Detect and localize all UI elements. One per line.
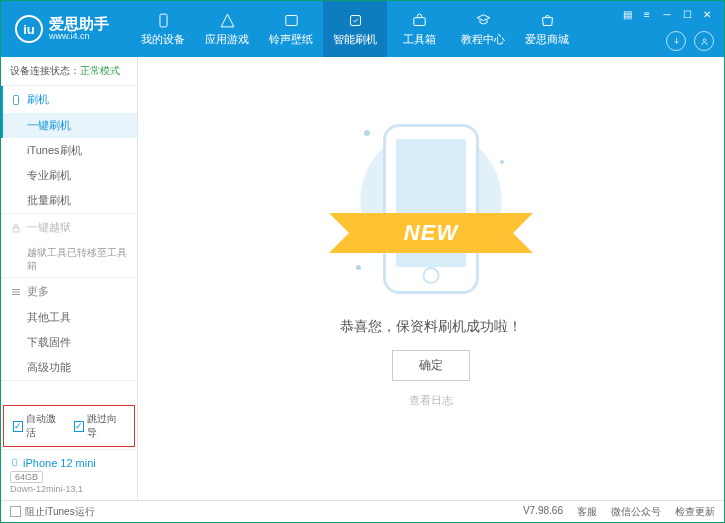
options-highlight: ✓自动激活 ✓跳过向导 bbox=[3, 405, 135, 447]
wallpaper-icon bbox=[282, 11, 300, 29]
svg-rect-7 bbox=[13, 459, 17, 466]
device-icon bbox=[154, 11, 172, 29]
account-button[interactable] bbox=[694, 31, 714, 51]
conn-label: 设备连接状态： bbox=[10, 65, 80, 76]
close-button[interactable]: ✕ bbox=[700, 7, 714, 21]
settings-icon[interactable]: ≡ bbox=[640, 7, 654, 21]
sidebar-download-firmware[interactable]: 下载固件 bbox=[1, 330, 137, 355]
jailbreak-note: 越狱工具已转移至工具箱 bbox=[1, 241, 137, 277]
section-jailbreak[interactable]: 一键越狱 bbox=[1, 214, 137, 241]
checkbox-label: 阻止iTunes运行 bbox=[25, 505, 95, 519]
flash-icon bbox=[346, 11, 364, 29]
checkbox-label: 跳过向导 bbox=[87, 412, 125, 440]
phone-icon bbox=[10, 94, 22, 106]
skip-guide-checkbox[interactable]: ✓跳过向导 bbox=[74, 412, 125, 440]
block-itunes-checkbox[interactable]: 阻止iTunes运行 bbox=[10, 505, 95, 519]
check-update-link[interactable]: 检查更新 bbox=[675, 505, 715, 519]
nav-label: 爱思商城 bbox=[525, 32, 569, 47]
logo-icon: iu bbox=[15, 15, 43, 43]
nav-flash[interactable]: 智能刷机 bbox=[323, 1, 387, 57]
svg-rect-2 bbox=[350, 15, 360, 25]
svg-rect-6 bbox=[13, 227, 19, 232]
device-storage: 64GB bbox=[10, 471, 43, 483]
section-label: 更多 bbox=[27, 284, 49, 299]
logo: iu 爱思助手 www.i4.cn bbox=[1, 15, 123, 43]
svg-rect-3 bbox=[413, 17, 424, 25]
nav-label: 我的设备 bbox=[141, 32, 185, 47]
success-message: 恭喜您，保资料刷机成功啦！ bbox=[340, 318, 522, 336]
wechat-link[interactable]: 微信公众号 bbox=[611, 505, 661, 519]
new-ribbon: NEW bbox=[351, 213, 511, 253]
toolbox-icon bbox=[410, 11, 428, 29]
section-label: 一键越狱 bbox=[27, 220, 71, 235]
view-log-link[interactable]: 查看日志 bbox=[409, 393, 453, 408]
nav-toolbox[interactable]: 工具箱 bbox=[387, 1, 451, 57]
svg-rect-5 bbox=[14, 95, 19, 104]
nav-label: 应用游戏 bbox=[205, 32, 249, 47]
status-bar: 阻止iTunes运行 V7.98.66 客服 微信公众号 检查更新 bbox=[1, 500, 724, 522]
minimize-button[interactable]: ─ bbox=[660, 7, 674, 21]
lock-icon bbox=[10, 222, 22, 234]
nav-label: 铃声壁纸 bbox=[269, 32, 313, 47]
success-illustration: NEW bbox=[356, 110, 506, 300]
device-model: Down-12mini-13,1 bbox=[10, 484, 128, 494]
sidebar: 设备连接状态：正常模式 刷机 一键刷机 iTunes刷机 专业刷机 批量刷机 一… bbox=[1, 57, 138, 500]
menu-icon[interactable]: ▤ bbox=[620, 7, 634, 21]
sidebar-itunes-flash[interactable]: iTunes刷机 bbox=[1, 138, 137, 163]
device-name: iPhone 12 mini bbox=[10, 456, 128, 469]
app-url: www.i4.cn bbox=[49, 32, 109, 42]
phone-icon bbox=[10, 456, 19, 469]
svg-point-4 bbox=[703, 38, 706, 41]
maximize-button[interactable]: ☐ bbox=[680, 7, 694, 21]
section-more[interactable]: 更多 bbox=[1, 278, 137, 305]
app-header: iu 爱思助手 www.i4.cn 我的设备 应用游戏 铃声壁纸 智能刷机 工具… bbox=[1, 1, 724, 57]
auto-activate-checkbox[interactable]: ✓自动激活 bbox=[13, 412, 64, 440]
nav-label: 工具箱 bbox=[403, 32, 436, 47]
connection-status: 设备连接状态：正常模式 bbox=[1, 57, 137, 86]
nav-my-device[interactable]: 我的设备 bbox=[131, 1, 195, 57]
nav-store[interactable]: 爱思商城 bbox=[515, 1, 579, 57]
apps-icon bbox=[218, 11, 236, 29]
sidebar-batch-flash[interactable]: 批量刷机 bbox=[1, 188, 137, 213]
app-title: 爱思助手 bbox=[49, 16, 109, 33]
section-label: 刷机 bbox=[27, 92, 49, 107]
nav-tutorials[interactable]: 教程中心 bbox=[451, 1, 515, 57]
nav-label: 教程中心 bbox=[461, 32, 505, 47]
support-link[interactable]: 客服 bbox=[577, 505, 597, 519]
main-content: NEW 恭喜您，保资料刷机成功啦！ 确定 查看日志 bbox=[138, 57, 724, 500]
svg-rect-0 bbox=[159, 14, 166, 27]
conn-value: 正常模式 bbox=[80, 65, 120, 76]
section-flash[interactable]: 刷机 bbox=[1, 86, 137, 113]
nav-ringtones[interactable]: 铃声壁纸 bbox=[259, 1, 323, 57]
nav-label: 智能刷机 bbox=[333, 32, 377, 47]
checkbox-label: 自动激活 bbox=[26, 412, 64, 440]
ok-button[interactable]: 确定 bbox=[392, 350, 470, 381]
store-icon bbox=[538, 11, 556, 29]
svg-rect-1 bbox=[285, 15, 296, 25]
main-nav: 我的设备 应用游戏 铃声壁纸 智能刷机 工具箱 教程中心 爱思商城 bbox=[131, 1, 579, 57]
device-info[interactable]: iPhone 12 mini 64GB Down-12mini-13,1 bbox=[1, 449, 137, 500]
menu-icon bbox=[10, 286, 22, 298]
tutorial-icon bbox=[474, 11, 492, 29]
window-controls: ▤ ≡ ─ ☐ ✕ bbox=[620, 7, 714, 21]
sidebar-oneclick-flash[interactable]: 一键刷机 bbox=[1, 113, 137, 138]
nav-apps[interactable]: 应用游戏 bbox=[195, 1, 259, 57]
sidebar-other-tools[interactable]: 其他工具 bbox=[1, 305, 137, 330]
download-button[interactable] bbox=[666, 31, 686, 51]
sidebar-pro-flash[interactable]: 专业刷机 bbox=[1, 163, 137, 188]
version-label: V7.98.66 bbox=[523, 505, 563, 519]
sidebar-advanced[interactable]: 高级功能 bbox=[1, 355, 137, 380]
